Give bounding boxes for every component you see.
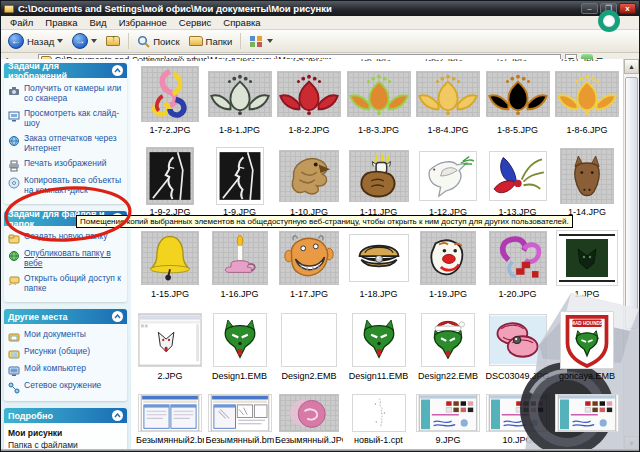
- forward-button[interactable]: →: [69, 32, 100, 50]
- file-item[interactable]: Design2.EMB: [275, 311, 343, 381]
- file-thumbnail[interactable]: [279, 150, 339, 202]
- file-label[interactable]: 1-19.JPG: [414, 289, 482, 299]
- menu-item-1[interactable]: Правка: [40, 17, 82, 28]
- file-item[interactable]: 1-14.JPG: [553, 147, 621, 217]
- file-thumbnail[interactable]: [421, 313, 475, 367]
- sidebar-panel-header[interactable]: Задачи для изображений: [4, 63, 127, 78]
- file-item[interactable]: 1-8-4.JPG: [414, 65, 482, 135]
- file-item[interactable]: 1-10.JPG: [275, 147, 343, 217]
- sidebar-item[interactable]: Сетевое окружение: [8, 380, 123, 392]
- menu-item-5[interactable]: Справка: [218, 17, 265, 28]
- file-thumbnail[interactable]: [489, 231, 547, 285]
- file-label[interactable]: Design1.EMB: [206, 371, 274, 381]
- file-thumbnail[interactable]: [486, 71, 550, 117]
- close-button[interactable]: x: [619, 3, 636, 14]
- file-label[interactable]: 1-8-1.JPG: [206, 125, 274, 135]
- sidebar-item[interactable]: Просмотреть как слайд-шоу: [8, 108, 123, 128]
- file-label[interactable]: 9.JPG: [414, 435, 482, 445]
- file-label[interactable]: 1-18.JPG: [345, 289, 413, 299]
- file-label[interactable]: 1-8-2.JPG: [275, 125, 343, 135]
- file-thumbnail[interactable]: [208, 394, 272, 432]
- file-item[interactable]: 9.JPG: [414, 393, 482, 445]
- file-item[interactable]: 1-15.JPG: [136, 229, 204, 299]
- file-label[interactable]: 1-16.JPG: [206, 289, 274, 299]
- file-thumbnail[interactable]: [277, 71, 341, 117]
- file-item[interactable]: MAD HOUNDSgoncaya.EMB: [553, 311, 621, 381]
- sidebar-item[interactable]: Мои документы: [8, 329, 123, 341]
- file-label[interactable]: goncaya.EMB: [553, 371, 621, 381]
- file-thumbnail[interactable]: [138, 394, 202, 432]
- file-label[interactable]: 1-8-6.JPG: [553, 125, 621, 135]
- file-label[interactable]: Design11.EMB: [345, 371, 413, 381]
- sidebar-item[interactable]: Опубликовать папку в вебе: [8, 248, 123, 268]
- file-thumbnail[interactable]: [216, 147, 264, 205]
- file-item[interactable]: 1-17.JPG: [275, 229, 343, 299]
- file-thumbnail[interactable]: [208, 71, 272, 117]
- collapse-chevron-icon[interactable]: [112, 311, 123, 322]
- file-item[interactable]: 1-19.JPG: [414, 229, 482, 299]
- sidebar-item[interactable]: Получить от камеры или со сканера: [8, 83, 123, 103]
- views-dropdown-icon[interactable]: [267, 39, 273, 43]
- file-label[interactable]: Безымянный.bmp: [206, 435, 274, 445]
- file-item[interactable]: 1-8-2.JPG: [275, 65, 343, 135]
- scroll-up-button[interactable]: ▲: [624, 59, 639, 74]
- sidebar-item[interactable]: Открыть общий доступ к папке: [8, 273, 123, 293]
- menu-item-3[interactable]: Избранное: [114, 17, 172, 28]
- file-label[interactable]: Безымянный2.bmp: [136, 435, 204, 445]
- file-item[interactable]: 1-12.JPG: [414, 147, 482, 217]
- file-item[interactable]: 1-8-5.JPG: [484, 65, 552, 135]
- file-thumbnail[interactable]: [489, 151, 547, 201]
- file-label[interactable]: новый-1.cpt: [345, 435, 413, 445]
- file-thumbnail[interactable]: [349, 234, 409, 282]
- sidebar-panel-header[interactable]: Другие места: [4, 309, 127, 324]
- file-label[interactable]: Безымянный.JPG: [275, 435, 343, 445]
- collapse-chevron-icon[interactable]: [112, 65, 123, 76]
- file-item[interactable]: [553, 393, 621, 445]
- file-item[interactable]: 1-18.JPG: [345, 229, 413, 299]
- file-item[interactable]: Design11.EMB: [345, 311, 413, 381]
- file-thumbnail[interactable]: [416, 394, 480, 432]
- file-thumbnail[interactable]: [141, 66, 199, 122]
- file-thumbnail[interactable]: [489, 314, 547, 366]
- file-thumbnail[interactable]: [420, 231, 476, 285]
- minimize-button[interactable]: –: [581, 3, 598, 14]
- file-thumbnail[interactable]: [416, 71, 480, 117]
- file-item[interactable]: Безымянный2.bmp: [136, 393, 204, 445]
- file-thumbnail[interactable]: [560, 148, 614, 204]
- file-item[interactable]: 1-7-2.JPG: [136, 65, 204, 135]
- file-thumbnail[interactable]: [555, 394, 619, 432]
- forward-dropdown-icon[interactable]: [91, 39, 97, 43]
- file-item[interactable]: 1-8-6.JPG: [553, 65, 621, 135]
- file-label[interactable]: DSC03049.JPG: [484, 371, 552, 381]
- file-item[interactable]: 1-13.JPG: [484, 147, 552, 217]
- views-button[interactable]: [246, 34, 276, 49]
- file-thumbnail[interactable]: [419, 151, 477, 201]
- scrollbar-track[interactable]: [624, 74, 639, 436]
- menu-item-2[interactable]: Вид: [84, 17, 111, 28]
- search-button[interactable]: Поиск: [134, 34, 182, 49]
- file-thumbnail[interactable]: [141, 231, 199, 285]
- back-dropdown-icon[interactable]: [57, 39, 63, 43]
- file-label[interactable]: 1-20.JPG: [484, 289, 552, 299]
- file-label[interactable]: 10.JPG: [484, 435, 552, 445]
- file-thumbnail[interactable]: [213, 313, 267, 367]
- file-item[interactable]: 1-11.JPG: [345, 147, 413, 217]
- file-thumbnail[interactable]: [279, 231, 339, 285]
- sidebar-item[interactable]: Заказ отпечатков через Интернет: [8, 133, 123, 153]
- file-item[interactable]: 1-16.JPG: [206, 229, 274, 299]
- file-label[interactable]: Design22.EMB: [414, 371, 482, 381]
- file-thumbnail[interactable]: [352, 313, 406, 367]
- file-item[interactable]: 1-20.JPG: [484, 229, 552, 299]
- file-label[interactable]: 1-8-5.JPG: [484, 125, 552, 135]
- back-button[interactable]: ← Назад: [5, 32, 66, 50]
- menu-item-0[interactable]: Файл: [5, 17, 38, 28]
- file-thumbnail[interactable]: [349, 150, 409, 202]
- file-item[interactable]: 1-8-1.JPG: [206, 65, 274, 135]
- file-label[interactable]: 1-15.JPG: [136, 289, 204, 299]
- file-item[interactable]: 10.JPG: [484, 393, 552, 445]
- up-button[interactable]: ↑: [103, 35, 123, 47]
- file-thumbnail[interactable]: [279, 394, 339, 432]
- file-item[interactable]: 2.JPG: [136, 311, 204, 381]
- file-item[interactable]: новый-1.cpt: [345, 393, 413, 445]
- file-item[interactable]: Безымянный.bmp: [206, 393, 274, 445]
